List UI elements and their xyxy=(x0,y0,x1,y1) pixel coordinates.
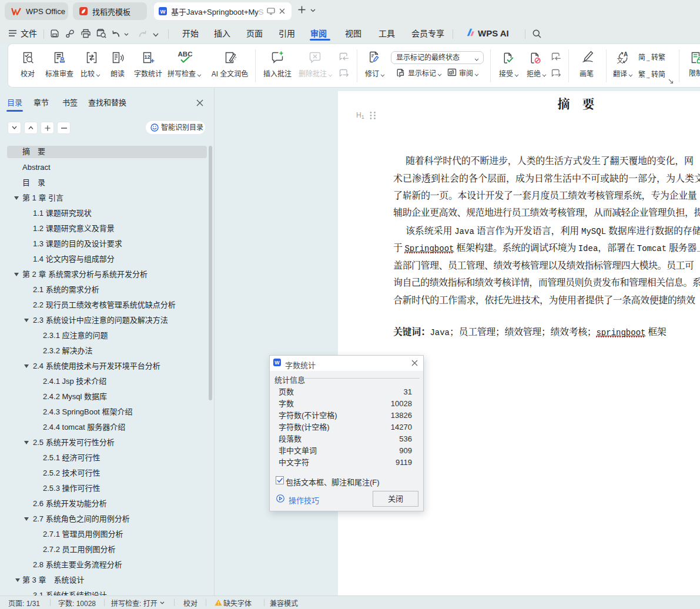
svg-text:W: W xyxy=(274,360,280,366)
svg-text:W: W xyxy=(160,8,166,15)
svg-text:12: 12 xyxy=(144,54,150,60)
svg-text:文: 文 xyxy=(617,56,624,64)
svg-text:A: A xyxy=(624,51,628,58)
svg-text:ABC: ABC xyxy=(178,51,193,58)
